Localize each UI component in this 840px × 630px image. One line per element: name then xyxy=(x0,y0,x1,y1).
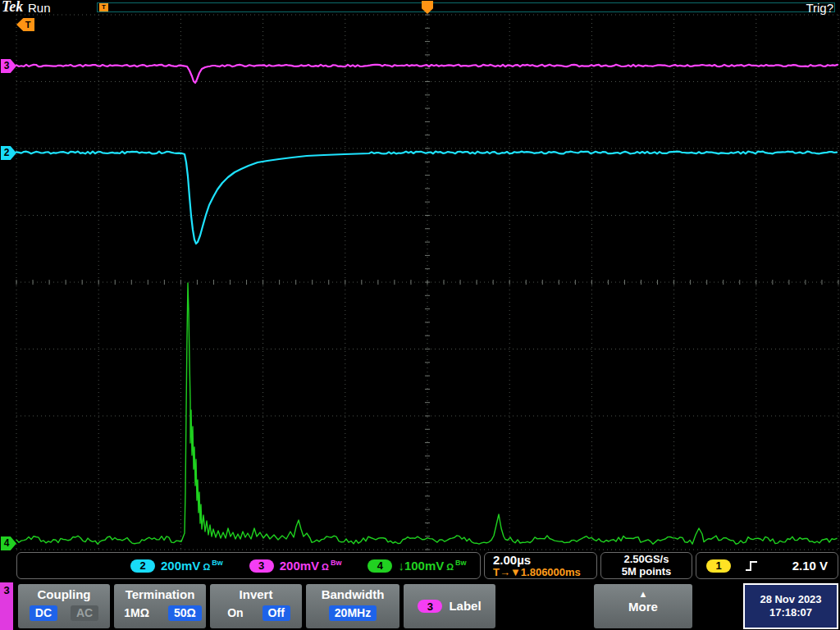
bandwidth-limit-icon: Bw xyxy=(212,559,223,567)
waveform-display xyxy=(0,0,840,630)
invert-on-option[interactable]: On xyxy=(221,605,249,621)
datetime-display: 28 Nov 2023 17:18:07 xyxy=(743,583,838,629)
channel-3-readout: 3 200mVΩBw xyxy=(249,559,342,573)
oscilloscope-screen: Tek Run T Trig? T 3 2 4 2 200mVΩBw 3 200… xyxy=(0,0,840,630)
coupling-button[interactable]: Coupling DC AC xyxy=(18,584,110,628)
ohm-icon: Ω xyxy=(446,562,454,572)
bandwidth-value[interactable]: 20MHz xyxy=(329,605,377,621)
tek-logo: Tek xyxy=(2,0,23,16)
channel-3-menu-tab: 3 xyxy=(0,582,13,630)
arrow-right-icon: → xyxy=(500,566,510,578)
channel-4-badge: 4 xyxy=(368,559,392,573)
channel-2-readout: 2 200mVΩBw xyxy=(130,559,223,573)
channel-2-badge: 2 xyxy=(130,559,155,573)
label-title: Label xyxy=(449,599,481,614)
invert-off-option[interactable]: Off xyxy=(262,605,290,621)
record-trigger-marker[interactable]: T xyxy=(99,3,108,11)
more-button[interactable]: ▲ More xyxy=(594,584,692,628)
more-title: More xyxy=(594,600,692,614)
expansion-point-icon: ▼ xyxy=(510,566,521,578)
horizontal-readout-box: 2.00µs T→▼1.806000ms xyxy=(484,552,597,579)
termination-50ohm-option[interactable]: 50Ω xyxy=(168,605,202,621)
invert-title: Invert xyxy=(210,587,302,602)
date-value: 28 Nov 2023 xyxy=(760,594,821,605)
bandwidth-title: Bandwidth xyxy=(306,587,399,602)
trigger-delay-value: T→▼1.806000ms xyxy=(493,567,581,578)
sample-rate-value: 2.50GS/s xyxy=(624,554,669,565)
up-arrow-icon: ▲ xyxy=(594,589,692,600)
bandwidth-button[interactable]: Bandwidth 20MHz xyxy=(306,584,399,628)
record-view-bar xyxy=(97,2,835,12)
coupling-ac-option[interactable]: AC xyxy=(71,605,98,621)
termination-title: Termination xyxy=(114,587,206,602)
channel-3-badge: 3 xyxy=(249,559,274,573)
bandwidth-limit-icon: Bw xyxy=(331,559,342,567)
acquisition-status: Run xyxy=(28,1,51,15)
channel-readout-box: 2 200mVΩBw 3 200mVΩBw 4 ↓100mVΩBw xyxy=(16,552,481,579)
termination-1mohm-option[interactable]: 1MΩ xyxy=(118,605,155,621)
rising-edge-icon xyxy=(744,559,759,573)
coupling-dc-option[interactable]: DC xyxy=(30,605,57,621)
timebase-value: 2.00µs xyxy=(493,554,531,566)
invert-button[interactable]: Invert On Off xyxy=(210,584,302,628)
channel-4-readout: 4 ↓100mVΩBw xyxy=(368,559,466,573)
record-length-value: 5M points xyxy=(622,566,672,578)
trigger-readout-box: 1 2.10 V xyxy=(696,552,838,579)
channel-2-scale: 200mVΩBw xyxy=(161,559,223,573)
time-value: 17:18:07 xyxy=(769,607,812,619)
coupling-title: Coupling xyxy=(18,587,110,602)
trigger-level-value: 2.10 V xyxy=(792,559,828,573)
label-button[interactable]: 3 Label xyxy=(404,584,495,628)
ohm-icon: Ω xyxy=(203,562,210,572)
channel-4-scale: ↓100mVΩBw xyxy=(398,559,466,573)
channel-1-badge: 1 xyxy=(706,559,731,573)
bandwidth-limit-icon: Bw xyxy=(455,559,467,567)
channel-3-scale: 200mVΩBw xyxy=(280,559,342,573)
trigger-status: Trig? xyxy=(806,1,833,15)
channel-3-badge: 3 xyxy=(418,600,442,613)
termination-button[interactable]: Termination 1MΩ 50Ω xyxy=(114,584,206,628)
ohm-icon: Ω xyxy=(322,562,329,572)
acquisition-readout-box: 2.50GS/s 5M points xyxy=(600,552,692,579)
